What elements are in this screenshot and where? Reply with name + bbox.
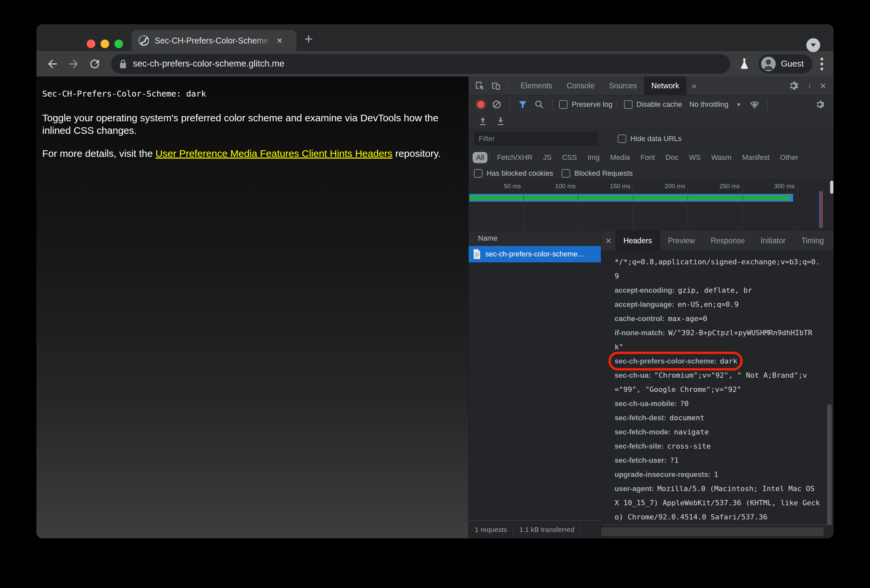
chevron-down-icon xyxy=(810,43,816,47)
blocked-filters-row: Has blocked cookies Blocked Requests xyxy=(469,167,833,180)
request-type-filters: AllFetch/XHRJSCSSImgMediaFontDocWSWasmMa… xyxy=(469,148,833,167)
header-line-continuation: X 10_15_7) AppleWebKit/537.36 (KHTML, li… xyxy=(614,496,833,510)
filter-pill-img[interactable]: Img xyxy=(583,152,603,163)
load-event-marker xyxy=(821,191,822,228)
headers-content[interactable]: */*;q=0.8,application/signed-exchange;v=… xyxy=(601,251,833,525)
preserve-log-label: Preserve log xyxy=(572,100,612,109)
profile-chip[interactable]: Guest xyxy=(758,54,812,73)
header-value: X 10_15_7) AppleWebKit/537.36 (KHTML, li… xyxy=(614,499,820,507)
reload-button[interactable] xyxy=(88,57,101,71)
search-icon[interactable] xyxy=(534,99,544,110)
header-line-sec-ch-prefers-color-scheme-: sec-ch-prefers-color-scheme:dark xyxy=(614,354,833,368)
import-har-icon[interactable] xyxy=(478,117,487,126)
devtools-tab-console[interactable]: Console xyxy=(559,76,602,95)
timeline-tick-label: 100 ms xyxy=(526,183,575,190)
filter-pill-doc[interactable]: Doc xyxy=(661,152,682,163)
tab-close-icon[interactable]: × xyxy=(277,36,283,46)
header-value: en-US,en;q=0.9 xyxy=(678,300,738,309)
devtools-tab-network[interactable]: Network xyxy=(644,76,686,95)
blocked-requests-checkbox[interactable] xyxy=(562,169,570,178)
header-line-sec-fetch-site-: sec-fetch-site:cross-site xyxy=(614,439,833,453)
window-zoom-button[interactable] xyxy=(115,40,123,48)
header-line-sec-fetch-dest-: sec-fetch-dest:document xyxy=(614,411,833,425)
filter-pill-all[interactable]: All xyxy=(472,152,487,163)
details-tab-timing[interactable]: Timing xyxy=(794,231,832,251)
filter-pill-manifest[interactable]: Manifest xyxy=(738,152,773,163)
devtools-panel: ElementsConsoleSourcesNetwork » × Preser… xyxy=(468,76,833,538)
request-row-selected[interactable]: sec-ch-prefers-color-scheme... xyxy=(469,246,601,262)
inspect-element-icon[interactable] xyxy=(475,80,485,91)
filter-funnel-icon[interactable] xyxy=(518,99,528,110)
tab-search-button[interactable] xyxy=(806,38,820,52)
details-tab-preview[interactable]: Preview xyxy=(660,231,703,251)
timeline-gridline xyxy=(742,180,743,230)
preserve-log-checkbox[interactable] xyxy=(559,100,568,109)
header-value: 1 xyxy=(714,470,718,478)
devtools-settings-gear-icon[interactable] xyxy=(789,80,799,91)
site-favicon-globe-icon xyxy=(138,35,149,46)
details-tab-headers[interactable]: Headers xyxy=(615,231,660,251)
more-tabs-icon[interactable]: » xyxy=(686,81,702,91)
lock-icon[interactable] xyxy=(119,59,127,69)
filter-pill-css[interactable]: CSS xyxy=(558,152,581,163)
window-close-button[interactable] xyxy=(87,40,95,48)
header-value: ?0 xyxy=(680,399,689,408)
overview-scrollbar-thumb[interactable] xyxy=(830,181,833,194)
device-toolbar-icon[interactable] xyxy=(490,80,501,91)
details-scrollbar-thumb[interactable] xyxy=(827,404,832,525)
header-value: ="99", "Google Chrome";v="92" xyxy=(614,385,741,393)
filter-pill-wasm[interactable]: Wasm xyxy=(708,152,736,163)
details-tab-initiator[interactable]: Initiator xyxy=(752,231,793,251)
timeline-gridline xyxy=(523,180,524,230)
new-tab-button[interactable]: + xyxy=(304,32,313,46)
details-tab-response[interactable]: Response xyxy=(703,231,753,251)
request-name: sec-ch-prefers-color-scheme... xyxy=(485,250,583,258)
header-line-continuation: */*;q=0.8,application/signed-exchange;v=… xyxy=(614,255,833,269)
filter-pill-font[interactable]: Font xyxy=(636,152,659,163)
filter-input[interactable] xyxy=(474,132,598,146)
header-name: sec-fetch-mode: xyxy=(614,428,670,436)
repository-link[interactable]: User Preference Media Features Client Hi… xyxy=(155,148,392,159)
window-minimize-button[interactable] xyxy=(101,40,109,48)
annotated-header: sec-ch-prefers-color-scheme:dark xyxy=(614,354,737,368)
filter-pill-js[interactable]: JS xyxy=(539,152,556,163)
devtools-close-icon[interactable]: × xyxy=(816,80,830,91)
hide-data-urls-checkbox[interactable] xyxy=(618,135,626,143)
devtools-tab-elements[interactable]: Elements xyxy=(513,76,559,95)
clear-network-log-icon[interactable] xyxy=(492,99,502,110)
web-page: Sec-CH-Prefers-Color-Scheme: dark Toggle… xyxy=(37,76,468,538)
timeline-tick-label: 50 ms xyxy=(471,183,521,190)
filter-pill-media[interactable]: Media xyxy=(606,152,634,163)
forward-button[interactable] xyxy=(67,57,80,71)
pill-divider xyxy=(489,153,490,162)
details-close-icon[interactable]: × xyxy=(601,235,615,246)
filter-pill-ws[interactable]: WS xyxy=(685,152,705,163)
network-conditions-icon[interactable] xyxy=(749,99,760,110)
profile-label: Guest xyxy=(781,59,804,69)
experiments-flask-icon[interactable] xyxy=(739,58,750,70)
devtools-tab-sources[interactable]: Sources xyxy=(602,76,644,95)
browser-menu-kebab-icon[interactable] xyxy=(819,57,824,71)
details-footer-strip xyxy=(601,527,824,536)
name-column-header[interactable]: Name xyxy=(469,231,601,246)
network-overview-timeline[interactable]: 50 ms100 ms150 ms200 ms250 ms300 ms xyxy=(469,180,833,231)
record-network-log-button[interactable] xyxy=(477,101,484,108)
address-bar[interactable]: sec-ch-prefers-color-scheme.glitch.me xyxy=(111,54,730,74)
timeline-tick-label: 250 ms xyxy=(690,183,740,190)
header-line-sec-fetch-user-: sec-fetch-user:?1 xyxy=(614,453,833,467)
filter-pill-fetch-xhr[interactable]: Fetch/XHR xyxy=(493,152,536,163)
throttling-dropdown[interactable]: No throttling ▾ xyxy=(689,100,746,109)
disable-cache-checkbox[interactable] xyxy=(624,100,633,109)
header-name: sec-ch-ua-mobile: xyxy=(614,399,676,408)
export-har-icon[interactable] xyxy=(496,117,505,126)
disable-cache-label: Disable cache xyxy=(636,100,682,109)
back-button[interactable] xyxy=(46,57,59,71)
header-value: ?1 xyxy=(670,456,679,465)
browser-tab[interactable]: Sec-CH-Prefers-Color-Scheme × xyxy=(132,30,296,51)
has-blocked-cookies-checkbox[interactable] xyxy=(474,169,483,178)
devtools-menu-kebab-icon[interactable] xyxy=(807,80,812,91)
network-settings-gear-icon[interactable] xyxy=(816,99,825,110)
tab-strip: Sec-CH-Prefers-Color-Scheme × + xyxy=(37,24,833,51)
header-name: accept-encoding: xyxy=(614,286,675,294)
filter-pill-other[interactable]: Other xyxy=(776,152,802,163)
